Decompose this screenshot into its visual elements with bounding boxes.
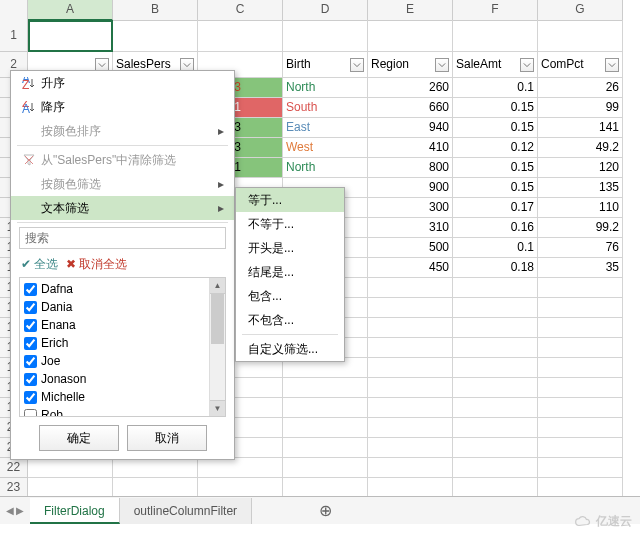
- cell[interactable]: [283, 478, 368, 498]
- cell[interactable]: [453, 438, 538, 458]
- cell[interactable]: [538, 398, 623, 418]
- ok-button[interactable]: 确定: [39, 425, 119, 451]
- cell[interactable]: [198, 478, 283, 498]
- cell[interactable]: [368, 378, 453, 398]
- cell[interactable]: 450: [368, 258, 453, 278]
- cell[interactable]: 660: [368, 98, 453, 118]
- cell[interactable]: [453, 378, 538, 398]
- filter-checkbox[interactable]: [24, 283, 37, 296]
- col-header-f[interactable]: F: [453, 0, 538, 21]
- cell[interactable]: [368, 298, 453, 318]
- cell[interactable]: [113, 20, 198, 52]
- cell[interactable]: 35: [538, 258, 623, 278]
- cell[interactable]: 0.15: [453, 118, 538, 138]
- cell[interactable]: [368, 398, 453, 418]
- cell[interactable]: 99: [538, 98, 623, 118]
- header-cell-d[interactable]: Birth: [283, 52, 368, 78]
- cell-a1[interactable]: [28, 20, 113, 52]
- cell[interactable]: 76: [538, 238, 623, 258]
- col-header-g[interactable]: G: [538, 0, 623, 21]
- cell[interactable]: [368, 438, 453, 458]
- not-equals-item[interactable]: 不等于...: [236, 212, 344, 236]
- cell[interactable]: 0.16: [453, 218, 538, 238]
- filter-checkbox[interactable]: [24, 337, 37, 350]
- cell[interactable]: 120: [538, 158, 623, 178]
- filter-value-item[interactable]: Joe: [24, 352, 221, 370]
- cell[interactable]: [538, 338, 623, 358]
- cell[interactable]: [453, 20, 538, 52]
- cell[interactable]: 500: [368, 238, 453, 258]
- cell[interactable]: [368, 338, 453, 358]
- contains-item[interactable]: 包含...: [236, 284, 344, 308]
- cell[interactable]: [28, 458, 113, 478]
- cell[interactable]: [28, 478, 113, 498]
- cell[interactable]: North: [283, 158, 368, 178]
- cell[interactable]: 410: [368, 138, 453, 158]
- filter-value-item[interactable]: Dania: [24, 298, 221, 316]
- cell[interactable]: 900: [368, 178, 453, 198]
- cell[interactable]: South: [283, 98, 368, 118]
- cell[interactable]: 0.1: [453, 238, 538, 258]
- cell[interactable]: [453, 418, 538, 438]
- cell[interactable]: [283, 20, 368, 52]
- cell[interactable]: 135: [538, 178, 623, 198]
- filter-dropdown-button[interactable]: [435, 58, 449, 72]
- filter-checkbox[interactable]: [24, 409, 37, 418]
- tab-next-icon[interactable]: ▶: [16, 505, 24, 516]
- filter-search-input[interactable]: [19, 227, 226, 249]
- cell[interactable]: 800: [368, 158, 453, 178]
- select-all-corner[interactable]: [0, 0, 28, 21]
- cancel-button[interactable]: 取消: [127, 425, 207, 451]
- cell[interactable]: 0.17: [453, 198, 538, 218]
- cell[interactable]: [453, 338, 538, 358]
- col-header-a[interactable]: A: [28, 0, 113, 21]
- cell[interactable]: 99.2: [538, 218, 623, 238]
- cell[interactable]: [283, 418, 368, 438]
- filter-checkbox[interactable]: [24, 301, 37, 314]
- cell[interactable]: [368, 358, 453, 378]
- scrollbar[interactable]: ▲ ▼: [209, 278, 225, 416]
- cell[interactable]: [453, 458, 538, 478]
- custom-filter-item[interactable]: 自定义筛选...: [236, 337, 344, 361]
- cell[interactable]: [283, 438, 368, 458]
- filter-checkbox[interactable]: [24, 319, 37, 332]
- cell[interactable]: [538, 298, 623, 318]
- cell[interactable]: [538, 20, 623, 52]
- cell[interactable]: [538, 378, 623, 398]
- cell[interactable]: [453, 358, 538, 378]
- cell[interactable]: West: [283, 138, 368, 158]
- filter-dropdown-button[interactable]: [520, 58, 534, 72]
- cell[interactable]: 310: [368, 218, 453, 238]
- sort-asc-item[interactable]: AZ 升序: [11, 71, 234, 95]
- cell[interactable]: [538, 458, 623, 478]
- cell[interactable]: North: [283, 78, 368, 98]
- tab-prev-icon[interactable]: ◀: [6, 505, 14, 516]
- filter-color-item[interactable]: 按颜色筛选 ▸: [11, 172, 234, 196]
- cell[interactable]: 0.1: [453, 78, 538, 98]
- col-header-d[interactable]: D: [283, 0, 368, 21]
- filter-value-item[interactable]: Michelle: [24, 388, 221, 406]
- filter-checkbox[interactable]: [24, 373, 37, 386]
- cell[interactable]: [283, 458, 368, 478]
- cell[interactable]: 0.15: [453, 158, 538, 178]
- sheet-tab-outlinecolumnfilter[interactable]: outlineColumnFilter: [120, 498, 252, 524]
- cell[interactable]: [538, 478, 623, 498]
- col-header-c[interactable]: C: [198, 0, 283, 21]
- col-header-e[interactable]: E: [368, 0, 453, 21]
- select-all-link[interactable]: 全选: [34, 257, 58, 271]
- cell[interactable]: [113, 478, 198, 498]
- scroll-down-button[interactable]: ▼: [210, 400, 225, 416]
- cell[interactable]: 260: [368, 78, 453, 98]
- cell[interactable]: 26: [538, 78, 623, 98]
- cell[interactable]: [113, 458, 198, 478]
- cell[interactable]: 940: [368, 118, 453, 138]
- not-contains-item[interactable]: 不包含...: [236, 308, 344, 332]
- cell[interactable]: [538, 418, 623, 438]
- sort-color-item[interactable]: 按颜色排序 ▸: [11, 119, 234, 143]
- cell[interactable]: [368, 20, 453, 52]
- cell[interactable]: 110: [538, 198, 623, 218]
- cell[interactable]: [368, 278, 453, 298]
- filter-checkbox[interactable]: [24, 355, 37, 368]
- cell[interactable]: [368, 318, 453, 338]
- header-cell-e[interactable]: Region: [368, 52, 453, 78]
